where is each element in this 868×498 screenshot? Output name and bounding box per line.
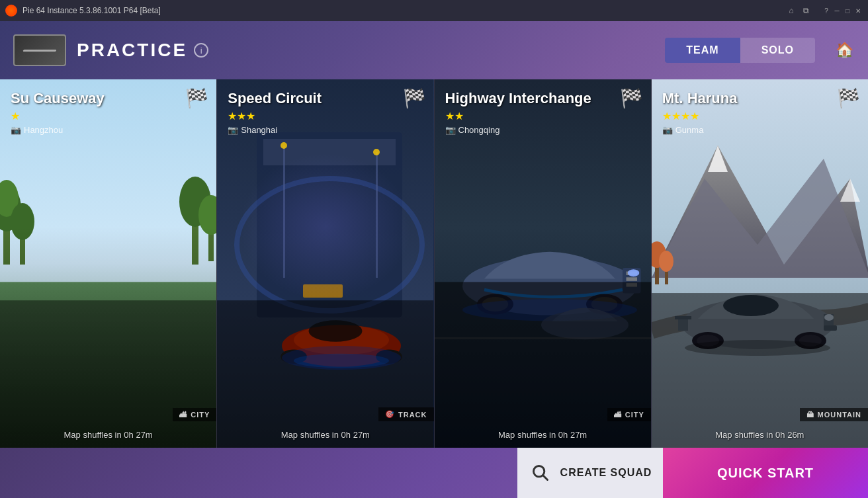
track-location-2: 📷 Shanghai — [228, 125, 423, 135]
help-btn[interactable]: ? — [822, 6, 831, 15]
camera-icon-4: 📷 — [662, 125, 673, 135]
home-button[interactable]: 🏠 — [831, 37, 857, 63]
track-type-4: 🏔 MOUNTAIN — [800, 408, 868, 421]
track-cards-container: Su Causeway ★ 📷 Hangzhou 🏁 🏙 CITY Map sh… — [0, 79, 868, 448]
quick-start-button[interactable]: QUICK START — [663, 448, 868, 498]
card-3-content: Highway Interchange ★★ 📷 Chongqing 🏁 🏙 C… — [435, 79, 651, 448]
mode-tabs: TEAM SOLO — [665, 38, 815, 63]
shuffle-time-4: Map shuffles in 0h 26m — [652, 430, 868, 440]
city-icon-1: 🏙 — [179, 411, 187, 419]
shuffle-time-1: Map shuffles in 0h 27m — [0, 430, 216, 440]
track-name-3: Highway Interchange — [445, 90, 640, 107]
camera-icon-1: 📷 — [11, 125, 21, 135]
card-1-content: Su Causeway ★ 📷 Hangzhou 🏁 🏙 CITY Map sh… — [0, 79, 216, 448]
tab-solo[interactable]: SOLO — [740, 38, 815, 63]
card-2-content: Speed Circuit ★★★ 📷 Shanghai 🏁 🎯 TRACK M… — [217, 79, 433, 448]
track-card-highway[interactable]: Highway Interchange ★★ 📷 Chongqing 🏁 🏙 C… — [435, 79, 652, 448]
bottom-bar: CREATE SQUAD QUICK START — [0, 448, 868, 498]
tab-team[interactable]: TEAM — [665, 38, 740, 63]
track-type-1: 🏙 CITY — [173, 408, 216, 421]
clone-icon[interactable]: ⧉ — [801, 5, 811, 16]
track-card-mt-haruna[interactable]: Mt. Haruna ★★★★ 📷 Gunma 🏁 🏔 MOUNTAIN Map… — [652, 79, 868, 448]
track-type-2: 🎯 TRACK — [378, 407, 434, 421]
mountain-icon-4: 🏔 — [806, 411, 814, 419]
game-logo — [13, 34, 66, 66]
track-type-3: 🏙 CITY — [607, 408, 651, 421]
svg-line-67 — [542, 476, 547, 480]
title-bar: Pie 64 Instance 5.3.86.1001 P64 [Beta] ⌂… — [0, 0, 868, 21]
race-flag-1: 🏁 — [185, 87, 208, 109]
track-location-3: 📷 Chongqing — [445, 125, 640, 135]
track-name-1: Su Causeway — [11, 90, 206, 107]
city-icon-3: 🏙 — [614, 411, 622, 419]
app-logo — [5, 5, 17, 17]
track-stars-3: ★★ — [445, 110, 640, 122]
track-card-su-causeway[interactable]: Su Causeway ★ 📷 Hangzhou 🏁 🏙 CITY Map sh… — [0, 79, 217, 448]
card-4-content: Mt. Haruna ★★★★ 📷 Gunma 🏁 🏔 MOUNTAIN Map… — [652, 79, 868, 448]
track-card-speed-circuit[interactable]: Speed Circuit ★★★ 📷 Shanghai 🏁 🎯 TRACK M… — [217, 79, 434, 448]
track-stars-2: ★★★ — [228, 110, 423, 122]
header: PRACTICE i TEAM SOLO 🏠 — [0, 21, 868, 79]
track-location-4: 📷 Gunma — [662, 125, 857, 135]
quick-start-label: QUICK START — [717, 466, 814, 481]
track-name-2: Speed Circuit — [228, 90, 423, 107]
create-squad-button[interactable]: CREATE SQUAD — [517, 448, 663, 498]
track-stars-1: ★ — [11, 110, 206, 122]
app-title: Pie 64 Instance 5.3.86.1001 P64 [Beta] — [22, 6, 781, 15]
create-squad-label: CREATE SQUAD — [560, 467, 652, 479]
title-bar-icons: ⌂ ⧉ — [786, 5, 811, 16]
maximize-btn[interactable]: □ — [843, 6, 852, 15]
track-name-4: Mt. Haruna — [662, 90, 857, 107]
shuffle-time-2: Map shuffles in 0h 27m — [217, 430, 433, 440]
minimize-btn[interactable]: ─ — [832, 6, 842, 15]
camera-icon-2: 📷 — [228, 125, 238, 135]
window-controls: ? ─ □ ✕ — [822, 6, 863, 15]
info-icon[interactable]: i — [194, 43, 208, 58]
track-stars-4: ★★★★ — [662, 110, 857, 122]
page-title: PRACTICE — [77, 40, 187, 61]
main-content: Su Causeway ★ 📷 Hangzhou 🏁 🏙 CITY Map sh… — [0, 79, 868, 448]
shuffle-time-3: Map shuffles in 0h 27m — [435, 430, 651, 440]
close-btn[interactable]: ✕ — [853, 6, 863, 15]
logo-graphic — [22, 50, 56, 52]
camera-icon-3: 📷 — [445, 125, 456, 135]
race-flag-3: 🏁 — [620, 87, 643, 109]
track-icon-2: 🎯 — [385, 410, 395, 419]
home-icon[interactable]: ⌂ — [786, 5, 797, 16]
race-flag-4: 🏁 — [837, 87, 860, 109]
track-location-1: 📷 Hangzhou — [11, 125, 206, 135]
search-icon — [529, 461, 552, 485]
race-flag-2: 🏁 — [403, 87, 426, 109]
